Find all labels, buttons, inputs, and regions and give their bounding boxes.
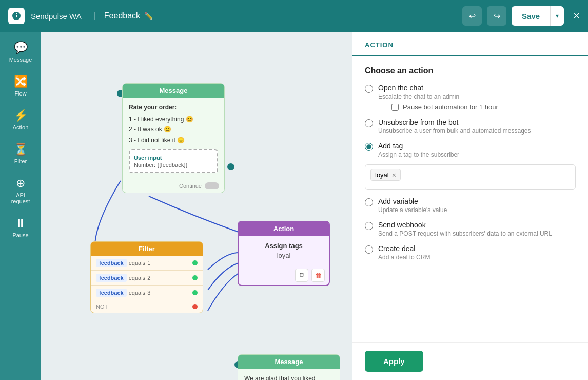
action-node-header: Action [239, 222, 329, 236]
sidebar-item-pause[interactable]: ⏸ Pause [2, 212, 39, 243]
sidebar-label-filter: Filter [14, 158, 27, 164]
filter-row-2: feedback equals 2 [91, 271, 203, 286]
message-node-header: Message [123, 84, 224, 98]
filter-dot-not [192, 304, 198, 309]
action-node-body: Assign tags loyal [239, 236, 329, 265]
label-open-chat: Open the chat [378, 84, 498, 92]
filter-node-header: Filter [91, 242, 203, 256]
filter-dot-2 [192, 275, 198, 280]
action-icon: ⚡ [14, 109, 28, 122]
message-node: Message Rate your order: 1 - I liked eve… [122, 83, 225, 193]
continue-toggle[interactable] [205, 182, 219, 189]
option-open-chat: Open the chat Escalate the chat to an ad… [365, 84, 576, 111]
action-body-title: Assign tags [245, 242, 323, 250]
radio-add-variable[interactable] [365, 198, 373, 206]
main-layout: 💬 Message 🔀 Flow ⚡ Action ⏳ Filter ⊕ API… [0, 32, 588, 380]
pause-checkbox[interactable] [391, 104, 399, 111]
user-input-box[interactable]: User input Number: {{feedback}} [129, 149, 218, 173]
radio-item-add-variable: Add variable Update a variable's value [365, 197, 576, 214]
save-button[interactable]: Save [512, 6, 550, 26]
sidebar-label-action: Action [13, 124, 29, 130]
radio-item-add-tag: Add tag Assign a tag to the subscriber [365, 142, 576, 158]
sidebar-label-message: Message [9, 56, 32, 63]
desc-add-variable: Update a variable's value [378, 206, 447, 214]
radio-send-webhook[interactable] [365, 222, 373, 230]
edit-title-icon[interactable]: ✏️ [144, 12, 153, 20]
user-input-var: Number: {{feedback}} [134, 162, 213, 168]
action-body-value: loyal [245, 252, 323, 259]
sidebar-item-filter[interactable]: ⏳ Filter [2, 138, 39, 169]
rating-2: 2 - It was ok 😐 [129, 124, 218, 135]
filter-val-1: 1 [147, 260, 150, 266]
continue-label: Continue [179, 183, 202, 189]
filter-tag-3: feedback [96, 289, 127, 297]
desc-unsubscribe: Unsubscribe a user from bulk and automat… [378, 127, 531, 135]
tag-chip-loyal: loyal × [370, 169, 401, 181]
sidebar-item-action[interactable]: ⚡ Action [2, 104, 39, 136]
tag-input-area[interactable]: loyal × [365, 164, 576, 190]
flow-icon: 🔀 [14, 75, 28, 88]
pause-checkbox-row: Pause bot automation for 1 hour [391, 103, 498, 111]
radio-open-chat[interactable] [365, 85, 373, 93]
radio-unsubscribe[interactable] [365, 119, 373, 127]
sidebar-label-pause: Pause [12, 232, 28, 238]
desc-send-webhook: Send a POST request with subscribers' da… [378, 230, 552, 237]
apply-button[interactable]: Apply [365, 351, 423, 372]
filter-dot-3 [192, 290, 198, 295]
header-actions: ↩ ↪ Save ▾ × [462, 6, 580, 26]
message2-node: Message We are glad that you liked every… [238, 354, 340, 380]
brand-name: Sendpulse WA [31, 12, 82, 21]
panel-title: ACTION [365, 41, 576, 49]
continue-section: Continue [123, 179, 224, 193]
message2-node-body: We are glad that you liked everything! 😊… [238, 369, 340, 380]
filter-op-2: equals [129, 275, 145, 281]
save-group: Save ▾ [512, 6, 564, 26]
desc-open-chat: Escalate the chat to an admin [378, 93, 498, 100]
header-divider: | [94, 11, 96, 21]
flow-title: Feedback ✏️ [104, 11, 153, 21]
sidebar-item-api[interactable]: ⊕ API request [2, 172, 39, 210]
sidebar-label-api: API request [6, 192, 35, 204]
redo-button[interactable]: ↪ [487, 6, 506, 26]
desc-create-deal: Add a deal to CRM [378, 254, 430, 261]
save-dropdown-button[interactable]: ▾ [550, 6, 564, 26]
filter-icon: ⏳ [14, 143, 28, 156]
filter-dot-1 [192, 260, 198, 265]
panel-body: Choose an action Open the chat Escalate … [352, 56, 588, 342]
message2-node-header: Message [238, 355, 340, 369]
close-button[interactable]: × [573, 9, 580, 23]
label-create-deal: Create deal [378, 244, 430, 253]
message-icon: 💬 [14, 41, 28, 54]
filter-tag-2: feedback [96, 274, 127, 282]
sidebar-item-message[interactable]: 💬 Message [2, 36, 39, 68]
rating-3: 3 - I did not like it 😞 [129, 135, 218, 145]
action-options: Open the chat Escalate the chat to an ad… [365, 84, 576, 261]
user-input-title: User input [134, 155, 213, 161]
logo [8, 8, 25, 24]
radio-item-create-deal: Create deal Add a deal to CRM [365, 244, 576, 261]
rating-1: 1 - I liked everything 😊 [129, 114, 218, 124]
radio-item-open-chat: Open the chat Escalate the chat to an ad… [365, 84, 576, 111]
option-add-tag: Add tag Assign a tag to the subscriber l… [365, 142, 576, 190]
filter-row-not: NOT [91, 300, 203, 313]
panel-section-title: Choose an action [365, 66, 576, 75]
sidebar-item-flow[interactable]: 🔀 Flow [2, 70, 39, 102]
filter-not-label: NOT [96, 303, 108, 310]
ratings-list: 1 - I liked everything 😊 2 - It was ok 😐… [129, 114, 218, 145]
radio-add-tag[interactable] [365, 143, 373, 151]
label-unsubscribe: Unsubscribe from the bot [378, 118, 531, 126]
delete-action-button[interactable]: 🗑 [311, 269, 325, 282]
header: Sendpulse WA | Feedback ✏️ ↩ ↪ Save ▾ × [0, 0, 588, 32]
radio-create-deal[interactable] [365, 245, 373, 254]
api-icon: ⊕ [16, 177, 25, 190]
filter-node: Filter feedback equals 1 feedback equals… [90, 241, 203, 313]
label-add-tag: Add tag [378, 142, 459, 150]
sidebar: 💬 Message 🔀 Flow ⚡ Action ⏳ Filter ⊕ API… [0, 32, 41, 380]
svg-point-1 [227, 163, 234, 170]
undo-button[interactable]: ↩ [462, 6, 482, 26]
filter-row-3: feedback equals 3 [91, 286, 203, 300]
radio-item-send-webhook: Send webhook Send a POST request with su… [365, 221, 576, 237]
copy-action-button[interactable]: ⧉ [295, 269, 308, 282]
action-node-footer: ⧉ 🗑 [239, 265, 329, 285]
tag-chip-remove[interactable]: × [392, 172, 396, 179]
